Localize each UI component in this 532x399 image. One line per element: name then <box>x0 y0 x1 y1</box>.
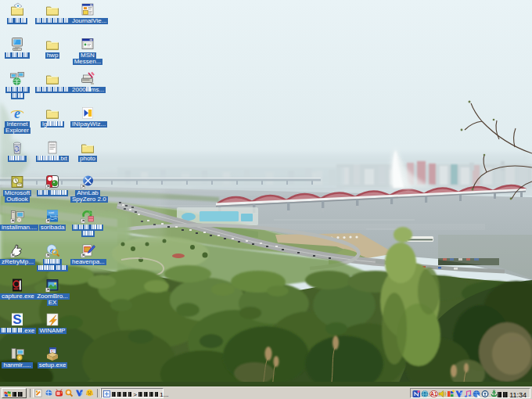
svg-text:e: e <box>50 246 54 254</box>
svg-text:S: S <box>13 312 21 327</box>
svg-text:A1: A1 <box>430 391 437 397</box>
svg-text:e: e <box>14 106 20 120</box>
svg-text:bada: bada <box>50 214 58 218</box>
